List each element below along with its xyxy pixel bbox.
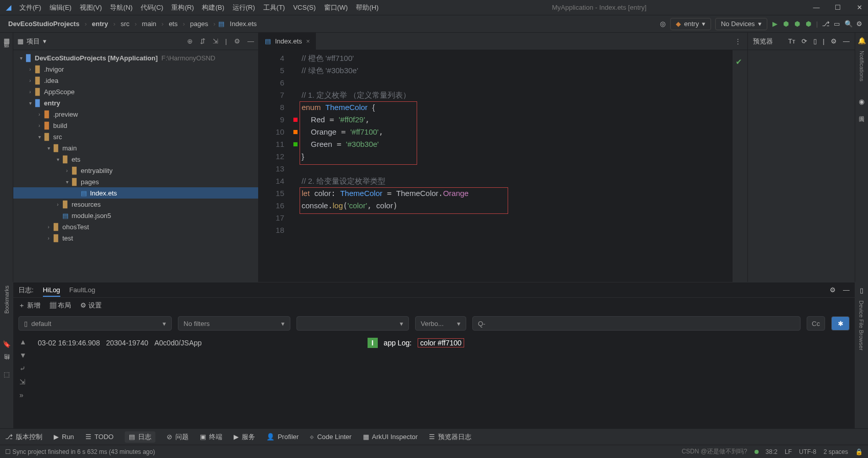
tree-entry[interactable]: ▾▉entry	[13, 97, 258, 108]
menu-vcs[interactable]: VCS(S)	[293, 4, 315, 11]
debug-icon[interactable]: ⬢	[783, 20, 790, 28]
structure-icon[interactable]: ⬚	[4, 370, 10, 378]
tree-index-ets[interactable]: ▤Index.ets	[13, 187, 258, 199]
device-file-browser-icon[interactable]: ▯	[860, 287, 863, 294]
bookmarks-icon[interactable]: 🔖	[3, 340, 11, 348]
line-ending[interactable]: LF	[785, 448, 792, 455]
tree-ets[interactable]: ▾▉ets	[13, 154, 258, 165]
log-entry[interactable]: 03-02 16:19:46.908 20304-19740 A0c0d0/JS…	[38, 338, 464, 348]
bc-4[interactable]: ets	[166, 19, 180, 29]
menu-tools[interactable]: 工具(T)	[263, 3, 285, 12]
run-tool[interactable]: ▶ Run	[54, 433, 74, 441]
target-icon[interactable]: ◎	[659, 20, 666, 28]
tree-main[interactable]: ▾▉main	[13, 142, 258, 154]
menu-view[interactable]: 视图(V)	[80, 3, 102, 12]
tag-filter[interactable]: ▾	[296, 316, 409, 331]
search-filter[interactable]: Q-	[472, 316, 801, 331]
indent[interactable]: 2 spaces	[824, 448, 848, 455]
menu-build[interactable]: 构建(B)	[202, 3, 224, 12]
menu-refactor[interactable]: 重构(R)	[171, 3, 194, 12]
preview-tt-icon[interactable]: Tт	[788, 37, 795, 45]
coverage-icon[interactable]: ⬢	[794, 20, 801, 28]
notifications-label[interactable]: Notifications	[859, 51, 865, 81]
services-tool[interactable]: ▶ 服务	[234, 432, 255, 442]
expand-icon[interactable]: ⇵	[200, 37, 205, 45]
menu-window[interactable]: 窗口(W)	[324, 3, 348, 12]
preview-phone-icon[interactable]: ▯	[813, 37, 817, 45]
lock-icon[interactable]: 🔒	[855, 448, 863, 455]
device-filter[interactable]: ▯ default▾	[18, 316, 172, 331]
panel-settings-icon[interactable]: ⚙	[234, 37, 240, 45]
device-file-browser-label[interactable]: Device File Browser	[858, 300, 864, 351]
bc-file[interactable]: Index.ets	[227, 19, 260, 29]
cursor-position[interactable]: 38:2	[766, 448, 778, 455]
preview-log-tool[interactable]: ☰ 预览器日志	[429, 432, 471, 442]
todo-tool[interactable]: ☰ TODO	[85, 433, 113, 441]
outline-icon[interactable]: ◉	[859, 98, 864, 105]
tree-ohostest[interactable]: ›▉ohosTest	[13, 221, 258, 232]
tree-hvigor[interactable]: ›▉.hvigor	[13, 63, 258, 75]
tree-test[interactable]: ›▉test	[13, 232, 258, 244]
preview-refresh-icon[interactable]: ⟳	[802, 37, 807, 45]
log-add-button[interactable]: ＋ 新增	[18, 301, 40, 310]
minimize-button[interactable]: —	[812, 4, 821, 11]
vcs-tool[interactable]: ⎇ 版本控制	[5, 432, 42, 442]
log-settings-button[interactable]: ⚙ 设置	[80, 301, 102, 310]
log-filter[interactable]: No filters▾	[178, 316, 290, 331]
project-view-dropdown[interactable]: ▾	[43, 37, 47, 45]
close-button[interactable]: ✕	[855, 4, 864, 11]
tree-root[interactable]: ▾▉DevEcoStudioProjects [MyApplication] F…	[13, 52, 258, 63]
tree-pages[interactable]: ▾▉pages	[13, 176, 258, 187]
regex-button[interactable]: ✱	[831, 316, 850, 331]
log-settings-icon[interactable]: ⚙	[830, 286, 836, 294]
tree-preview[interactable]: ›▉.preview	[13, 108, 258, 120]
tree-build[interactable]: ›▉build	[13, 120, 258, 131]
profile-icon[interactable]: ⬢	[805, 20, 812, 28]
collapse-icon[interactable]: ⇲	[213, 37, 218, 45]
problems-tool[interactable]: ⊘ 问题	[167, 432, 189, 442]
log-export-icon[interactable]: ⇲	[19, 378, 35, 386]
bc-root[interactable]: DevEcoStudioProjects	[5, 19, 82, 29]
git-icon[interactable]: ⎇	[822, 20, 829, 28]
project-tool-icon[interactable]: ▦	[4, 37, 10, 45]
maximize-button[interactable]: ☐	[833, 4, 842, 11]
log-up-icon[interactable]: ▲	[19, 338, 35, 346]
log-wrap-icon[interactable]: ⤶	[19, 364, 35, 373]
tree-appscope[interactable]: ›▉AppScope	[13, 86, 258, 97]
log-down-icon[interactable]: ▼	[19, 351, 35, 359]
close-tab-icon[interactable]: ×	[306, 37, 310, 45]
bc-1[interactable]: entry	[89, 19, 111, 29]
tree-idea[interactable]: ›▉.idea	[13, 75, 258, 86]
open-icon[interactable]: ▭	[833, 20, 840, 28]
log-tab-faultlog[interactable]: FaultLog	[70, 286, 96, 294]
editor-tab[interactable]: ▤ Index.ets ×	[259, 33, 316, 50]
run-config-selector[interactable]: ◆entry▾	[670, 18, 711, 30]
notifications-icon[interactable]: 🔔	[858, 37, 866, 45]
tree-src[interactable]: ▾▉src	[13, 131, 258, 142]
bc-5[interactable]: pages	[187, 19, 211, 29]
preview-hide-icon[interactable]: —	[843, 37, 850, 45]
preview-settings-icon[interactable]: ⚙	[831, 37, 837, 45]
encoding[interactable]: UTF-8	[799, 448, 816, 455]
bookmarks-tool[interactable]: Bookmarks	[4, 286, 10, 314]
menu-code[interactable]: 代码(C)	[141, 3, 163, 12]
profiler-tool[interactable]: 👤 Profiler	[266, 433, 299, 441]
cc-button[interactable]: Cc	[807, 316, 825, 331]
log-more-icon[interactable]: »	[19, 391, 35, 399]
bc-3[interactable]: main	[139, 19, 159, 29]
editor-more-icon[interactable]: ⋮	[735, 37, 741, 45]
project-view-label[interactable]: 项目	[27, 37, 40, 46]
tree-module-json[interactable]: ▤module.json5	[13, 210, 258, 221]
menu-nav[interactable]: 导航(N)	[110, 3, 132, 12]
tree-entryability[interactable]: ›▉entryability	[13, 165, 258, 176]
log-layout-button[interactable]: ▦ 布局	[50, 301, 72, 310]
linter-tool[interactable]: ⟐ Code Linter	[310, 433, 351, 441]
log-tab-hilog[interactable]: HiLog	[43, 286, 60, 297]
search-icon[interactable]: 🔍	[844, 20, 852, 28]
run-icon[interactable]: ▶	[771, 20, 779, 28]
terminal-tool[interactable]: ▣ 终端	[200, 432, 222, 442]
log-hide-icon[interactable]: —	[843, 286, 850, 294]
menu-edit[interactable]: 编辑(E)	[50, 3, 72, 12]
menu-file[interactable]: 文件(F)	[19, 3, 41, 12]
log-tool[interactable]: ▤ 日志	[125, 431, 155, 443]
